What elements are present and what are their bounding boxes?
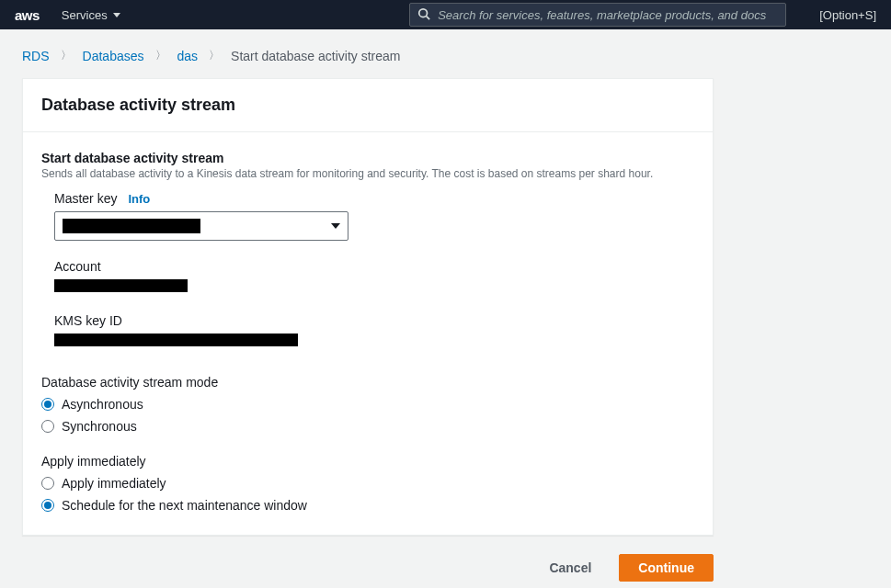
caret-down-icon <box>331 223 340 229</box>
radio-icon <box>41 477 54 490</box>
mode-async-label: Asynchronous <box>62 397 143 412</box>
apply-radio-group: Apply immediately Schedule for the next … <box>41 472 694 516</box>
action-bar: Cancel Continue <box>22 554 714 582</box>
apply-now-label: Apply immediately <box>62 476 166 491</box>
kms-key-label: KMS key ID <box>54 313 694 328</box>
search-input[interactable] <box>438 8 778 22</box>
apply-group-label: Apply immediately <box>41 454 694 469</box>
panel-header: Database activity stream <box>23 79 713 132</box>
account-value-redacted <box>54 279 188 292</box>
caret-down-icon <box>113 13 120 17</box>
apply-scheduled-label: Schedule for the next maintenance window <box>62 498 307 513</box>
master-key-value-redacted <box>63 219 200 233</box>
chevron-right-icon: 〉 <box>155 48 166 63</box>
page-title: Database activity stream <box>41 96 694 115</box>
section-title: Start database activity stream <box>41 151 694 165</box>
search-box[interactable] <box>409 3 786 27</box>
info-link[interactable]: Info <box>128 192 150 206</box>
mode-sync-radio[interactable]: Synchronous <box>41 415 694 437</box>
kms-key-value-redacted <box>54 334 298 346</box>
main-panel: Database activity stream Start database … <box>22 78 714 536</box>
apply-scheduled-radio[interactable]: Schedule for the next maintenance window <box>41 494 694 516</box>
search-icon <box>417 7 430 23</box>
mode-radio-group: Asynchronous Synchronous <box>41 393 694 437</box>
search-shortcut: [Option+S] <box>819 8 876 22</box>
master-key-select[interactable] <box>54 211 348 241</box>
breadcrumb-current: Start database activity stream <box>231 49 400 63</box>
svg-line-1 <box>427 16 430 19</box>
mode-async-radio[interactable]: Asynchronous <box>41 393 694 415</box>
services-label: Services <box>62 8 108 22</box>
top-nav: aws Services [Option+S] <box>0 0 891 29</box>
account-label: Account <box>54 259 694 274</box>
radio-icon <box>41 398 54 411</box>
breadcrumb-rds[interactable]: RDS <box>22 49 50 63</box>
master-key-label: Master key Info <box>54 191 694 206</box>
breadcrumb-das[interactable]: das <box>177 49 199 63</box>
services-menu[interactable]: Services <box>62 8 120 22</box>
section-description: Sends all database activity to a Kinesis… <box>41 167 694 180</box>
svg-point-0 <box>419 8 428 17</box>
radio-icon <box>41 420 54 433</box>
breadcrumb: RDS 〉 Databases 〉 das 〉 Start database a… <box>22 48 714 63</box>
chevron-right-icon: 〉 <box>61 48 72 63</box>
chevron-right-icon: 〉 <box>209 48 220 63</box>
aws-logo-text: aws <box>15 7 40 23</box>
cancel-button[interactable]: Cancel <box>531 554 610 582</box>
mode-sync-label: Synchronous <box>62 419 137 434</box>
mode-group-label: Database activity stream mode <box>41 375 694 390</box>
aws-logo[interactable]: aws <box>15 7 40 23</box>
breadcrumb-databases[interactable]: Databases <box>83 49 144 63</box>
continue-button[interactable]: Continue <box>619 554 714 582</box>
radio-icon <box>41 499 54 512</box>
apply-now-radio[interactable]: Apply immediately <box>41 472 694 494</box>
